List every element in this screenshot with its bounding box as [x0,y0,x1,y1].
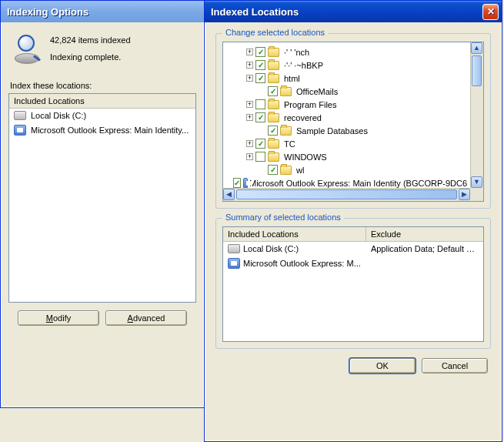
summary-row[interactable]: Microsoft Outlook Express: M... [223,256,483,271]
outlook-icon [243,178,248,189]
tree-node-label: wl [295,166,305,175]
tree-node-label: Sample Databases [295,126,369,136]
advanced-button[interactable]: Advanced [105,310,187,326]
included-locations-list[interactable]: Included Locations Local Disk (C:)Micros… [8,93,196,303]
scroll-down-arrow-icon[interactable]: ▼ [471,176,482,188]
summary-group: Summary of selected locations Included L… [215,218,491,349]
expand-toggle-icon[interactable]: + [246,75,253,82]
cancel-button[interactable]: Cancel [422,358,488,373]
summary-list[interactable]: Included Locations Exclude Local Disk (C… [222,226,484,342]
tree-node[interactable]: +·'·' ·~hBKP [225,59,469,72]
tree-node[interactable]: +Program Files [225,98,469,111]
checkbox[interactable] [268,126,278,136]
checkbox[interactable] [255,60,265,70]
outlook-icon [228,258,240,269]
list-item[interactable]: Local Disk (C:) [9,109,195,122]
scroll-right-arrow-icon[interactable]: ▶ [459,189,470,200]
outlook-icon [14,125,26,136]
checkbox[interactable] [255,112,265,122]
checkbox[interactable] [255,47,265,57]
folder-icon [280,166,292,175]
tree-node-label: WINDOWS [282,152,329,162]
checkbox[interactable] [268,86,278,96]
indexed-locations-dialog: Indexed Locations ✕ Change selected loca… [204,0,502,442]
locations-tree[interactable]: +·' ' 'nch+·'·' ·~hBKP+htmlOfficeMails+P… [222,42,484,202]
col-header-included[interactable]: Included Locations [223,227,366,241]
folder-icon [268,61,279,70]
tree-node[interactable]: Sample Databases [225,124,469,137]
folder-icon [268,48,279,57]
tree-node-label: ·' ' 'nch [282,48,311,57]
scroll-thumb[interactable] [236,189,457,199]
checkbox[interactable] [233,178,241,188]
tree-node-label: OfficeMails [295,87,339,96]
expand-toggle-icon[interactable]: + [246,49,253,55]
summary-exclude-label: Application Data; Default User;... [371,244,483,253]
col-header-exclude[interactable]: Exclude [366,227,483,241]
change-locations-group: Change selected locations +·' ' 'nch+·'·… [215,33,491,209]
window-title: Indexed Locations [211,6,482,18]
folder-icon [280,87,292,96]
ok-button[interactable]: OK [349,358,416,373]
tree-node[interactable]: OfficeMails [225,85,469,98]
expand-toggle-icon[interactable]: + [246,153,253,160]
checkbox[interactable] [255,139,265,149]
tree-node-label: recovered [282,113,323,122]
drive-icon [228,244,240,253]
list-header[interactable]: Included Locations [9,94,195,109]
index-locations-label: Index these locations: [10,81,196,90]
items-indexed-text: 42,824 items indexed [50,35,131,45]
tree-node[interactable]: +TC [225,137,469,150]
folder-icon [268,113,279,122]
expand-toggle-icon[interactable]: + [246,101,253,108]
folder-icon [280,126,292,136]
folder-icon [268,74,279,83]
tree-node[interactable]: +recovered [225,111,469,124]
folder-icon [268,100,279,109]
indexing-status-text: Indexing complete. [50,52,131,62]
tree-node-label: TC [282,139,297,149]
tree-node[interactable]: +html [225,72,469,85]
indexing-options-window: Indexing Options 42,824 items indexed In… [0,0,205,408]
checkbox[interactable] [268,165,278,175]
vertical-scrollbar[interactable]: ▲ ▼ [470,42,483,188]
list-item[interactable]: Microsoft Outlook Express: Main Identity… [9,122,195,138]
checkbox[interactable] [255,99,265,109]
modify-button[interactable]: Modify [18,310,99,326]
tree-node[interactable]: wl [225,163,469,176]
summary-row[interactable]: Local Disk (C:)Application Data; Default… [223,242,483,256]
scroll-up-arrow-icon[interactable]: ▲ [471,42,482,54]
group-title: Summary of selected locations [222,213,344,222]
scroll-left-arrow-icon[interactable]: ◀ [223,189,235,200]
expand-toggle-icon[interactable]: + [246,114,253,121]
tree-node[interactable]: +WINDOWS [225,150,469,163]
expand-toggle-icon[interactable]: + [246,140,253,147]
titlebar[interactable]: Indexing Options [1,1,204,22]
scroll-thumb[interactable] [472,55,482,86]
drive-icon [14,111,26,120]
horizontal-scrollbar[interactable]: ◀ ▶ [223,188,470,201]
checkbox[interactable] [255,73,265,83]
summary-included-label: Local Disk (C:) [243,244,299,253]
tree-node[interactable]: +·' ' 'nch [225,45,469,59]
summary-included-label: Microsoft Outlook Express: M... [243,259,361,268]
titlebar[interactable]: Indexed Locations ✕ [205,1,502,22]
expand-toggle-icon[interactable]: + [246,62,253,69]
tree-node-label: Microsoft Outlook Express: Main Identity… [248,179,469,188]
window-title: Indexing Options [7,6,201,18]
checkbox[interactable] [255,152,265,162]
tree-node-label: html [282,74,302,83]
magnifier-icon [12,33,42,64]
list-item-label: Local Disk (C:) [29,111,88,120]
close-icon[interactable]: ✕ [482,4,499,20]
folder-icon [268,139,279,149]
group-title: Change selected locations [222,28,328,37]
tree-node-label: ·'·' ·~hBKP [282,61,325,70]
tree-node-label: Program Files [282,100,338,109]
list-item-label: Microsoft Outlook Express: Main Identity… [29,126,190,135]
tree-node[interactable]: Microsoft Outlook Express: Main Identity… [225,176,469,188]
folder-icon [268,152,279,162]
